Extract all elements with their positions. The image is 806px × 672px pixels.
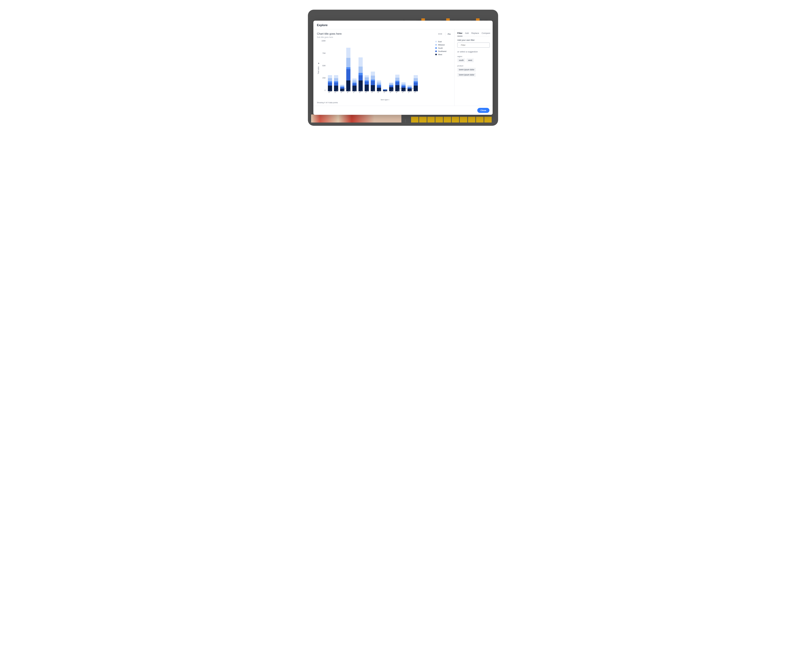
bar-segment: [401, 82, 406, 84]
x-tick: Swimwear: [401, 91, 405, 98]
bar-bags[interactable]: [328, 40, 332, 91]
suggestion-chip[interactable]: lorem ipsum dolor: [458, 73, 476, 77]
x-tick: Dresses: [334, 91, 338, 98]
suggestion-chip[interactable]: south: [458, 58, 465, 62]
expand-caret-icon[interactable]: [319, 63, 319, 64]
legend-label: South: [438, 47, 443, 49]
bar-segment: [358, 58, 363, 67]
x-tick: Sweaters: [389, 91, 393, 98]
bar-pants[interactable]: [358, 40, 363, 91]
bar-swimwear[interactable]: [401, 40, 406, 91]
x-tick: Skirts: [377, 91, 381, 98]
legend-swatch: [435, 54, 437, 55]
chart-footnote: Showing # of # data points: [317, 102, 451, 104]
legend-item[interactable]: East: [435, 41, 451, 43]
suggestion-chip[interactable]: west: [466, 58, 474, 62]
bar-segment: [352, 84, 357, 86]
bar-segment: [346, 58, 350, 67]
x-tick: Jeans: [352, 91, 357, 98]
tab-compare[interactable]: Compare: [482, 32, 490, 36]
bg-tick-10m: 10M: [408, 117, 411, 118]
bar-socks[interactable]: [383, 40, 387, 91]
y-tick: 100M: [319, 40, 325, 42]
suggestion-group-label: product: [458, 65, 490, 67]
bar-segment: [414, 75, 418, 78]
bar-segment: [395, 75, 400, 78]
bar-segment: [346, 48, 350, 58]
x-tick: Jackets: [346, 91, 350, 98]
bar-shorts[interactable]: [371, 40, 375, 91]
bar-segment: [414, 83, 418, 86]
bg-axis-sales: sales: [405, 119, 406, 122]
legend-label: East: [438, 41, 442, 43]
chart-subtitle: Sub title goes here: [317, 36, 342, 38]
y-tick: 0: [319, 89, 325, 91]
tab-add[interactable]: Add: [465, 32, 469, 36]
x-axis-label[interactable]: item type: [319, 99, 451, 101]
filter-input[interactable]: [461, 44, 488, 46]
bar-segment: [365, 82, 369, 85]
bar-segment: [371, 72, 375, 76]
bar-segment: [346, 67, 350, 69]
pin-button[interactable]: Pin: [448, 33, 451, 35]
bar-vests[interactable]: [414, 40, 418, 91]
legend-label: West: [438, 53, 442, 56]
bar-dresses[interactable]: [334, 40, 338, 91]
bar-segment: [328, 78, 332, 81]
bar-jeans[interactable]: [352, 40, 357, 91]
bar-segment: [334, 78, 338, 81]
x-axis-ticks: BagsDressesHeadwearJacketsJeansPantsShir…: [326, 91, 451, 98]
suggestion-group-label: region: [458, 56, 490, 58]
bar-segment: [371, 80, 375, 81]
filter-input-wrap[interactable]: [458, 43, 490, 48]
bar-segment: [328, 83, 332, 86]
bar-segment: [389, 84, 393, 85]
close-button[interactable]: Close: [477, 108, 489, 113]
filter-heading: Add your own filter: [458, 39, 490, 41]
svg-point-0: [459, 45, 459, 45]
suggestion-chip[interactable]: lorem ipsum dolor: [458, 68, 476, 72]
bar-segment: [358, 81, 363, 91]
bar-segment: [389, 86, 393, 87]
legend-swatch: [435, 50, 437, 52]
chart-bars: [327, 40, 433, 91]
bar-skirts[interactable]: [377, 40, 381, 91]
y-axis-label: Total sales: [317, 66, 319, 74]
bar-segment: [377, 83, 381, 85]
legend-item[interactable]: West: [435, 53, 451, 56]
chevron-down-icon: [388, 99, 389, 101]
bar-segment: [346, 69, 350, 81]
legend-item[interactable]: Midwest: [435, 44, 451, 46]
y-tick: 25M: [319, 77, 325, 79]
legend-swatch: [435, 41, 437, 42]
bar-segment: [414, 81, 418, 83]
modal-title: Explore: [313, 21, 493, 29]
bar-segment: [328, 75, 332, 78]
bar-segment: [352, 81, 357, 83]
bar-segment: [371, 81, 375, 85]
tab-replace[interactable]: Replace: [471, 32, 479, 36]
device-frame: 5M 3.85M3.52M 3.55M4.09M3.84M 3.67M4M3.8…: [308, 10, 498, 126]
bar-sweaters[interactable]: [389, 40, 393, 91]
side-tabs: FilterAddReplaceCompare: [458, 32, 490, 36]
y-tick: 75M: [319, 53, 325, 54]
legend-item[interactable]: Southwest: [435, 50, 451, 52]
tab-filter[interactable]: Filter: [458, 32, 462, 36]
bar-headwear[interactable]: [340, 40, 344, 91]
bar-segment: [365, 78, 369, 81]
chart-title: Chart title goes here: [317, 32, 342, 35]
bar-jackets[interactable]: [346, 40, 350, 91]
legend-swatch: [435, 44, 437, 46]
bar-segment: [334, 83, 338, 86]
bar-segment: [414, 78, 418, 81]
bar-segment: [365, 75, 369, 78]
more-icon[interactable]: •••: [438, 32, 443, 36]
suggestion-heading: or select a suggestion: [458, 50, 490, 53]
x-tick: Shorts: [371, 91, 375, 98]
x-tick: Socks: [383, 91, 387, 98]
bar-underwear[interactable]: [408, 40, 412, 91]
legend-item[interactable]: South: [435, 47, 451, 49]
bar-shirts[interactable]: [365, 40, 369, 91]
side-panel: FilterAddReplaceCompare Add your own fil…: [454, 29, 493, 106]
bar-sweatshirts[interactable]: [395, 40, 400, 91]
